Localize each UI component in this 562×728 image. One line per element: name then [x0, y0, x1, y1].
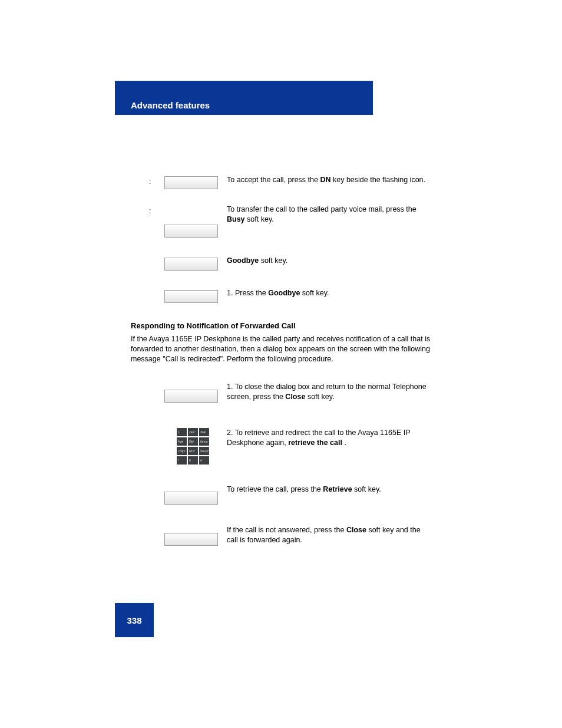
softkey-icon — [164, 258, 218, 271]
softkey-icon — [164, 225, 218, 238]
step-pre: To retrieve the call, press the — [227, 485, 323, 493]
header-title: Advanced features — [131, 100, 210, 110]
row2-key: Busy — [227, 215, 245, 223]
key-9: 9wxyz — [199, 447, 209, 455]
step-label: 1. — [227, 289, 233, 297]
row2-text-pre: To transfer the call to the called party… — [227, 205, 416, 213]
row1-key: DN — [320, 176, 330, 184]
key-6: 6mno — [199, 437, 209, 446]
softkey-icon — [164, 492, 218, 505]
key-2: 2abc — [188, 428, 198, 436]
goodbye-key: Goodbye — [227, 256, 259, 265]
fwd-step-1: 1. To close the dialog box and return to… — [227, 382, 430, 402]
step-key: retrieve the call — [288, 439, 342, 447]
goodbye-suffix: soft key. — [261, 256, 288, 265]
row1-text-post: key beside the flashing icon. — [333, 176, 425, 184]
dialpad-row: 7pqrs 8tuv 9wxyz — [176, 446, 210, 456]
step-key: Retrieve — [323, 485, 352, 493]
key-3: 3def — [199, 428, 209, 436]
softkey-icon — [164, 290, 218, 303]
step-goodbye: 1. Press the Goodbye soft key. — [227, 288, 430, 298]
header-banner: Advanced features — [122, 95, 373, 115]
page: Advanced features : To accept the call, … — [0, 0, 562, 728]
dialpad-row: * 0 # — [176, 456, 210, 465]
goodbye-line: Goodbye soft key. — [227, 256, 430, 266]
row2-colon: : — [149, 206, 161, 216]
section-heading: Responding to Notification of Forwarded … — [131, 321, 431, 330]
key-1: 1 — [177, 428, 187, 436]
dialpad-row: 1 2abc 3def — [176, 427, 210, 437]
key-star: * — [177, 456, 187, 465]
key-hash: # — [199, 456, 209, 465]
row2-text-post: soft key. — [247, 215, 274, 223]
dialpad-row: 4ghi 5jkl 6mno — [176, 437, 210, 446]
step-key: Close — [285, 393, 305, 401]
softkey-icon — [164, 390, 218, 403]
fwd-step-3: To retrieve the call, press the Retrieve… — [227, 485, 430, 495]
row1-text-pre: To accept the call, press the — [227, 176, 318, 184]
key-4: 4ghi — [177, 437, 187, 446]
softkey-icon — [164, 176, 218, 189]
key-5: 5jkl — [188, 437, 198, 446]
fwd-step-4: If the call is not answered, press the C… — [227, 525, 430, 545]
fwd-step-2: 2. To retrieve and redirect the call to … — [227, 428, 430, 448]
step-pre: If the call is not answered, press the — [227, 526, 346, 534]
dialpad-icon: 1 2abc 3def 4ghi 5jkl 6mno 7pqrs 8tuv 9w… — [176, 427, 210, 465]
section-intro: If the Avaya 1165E IP Deskphone is the c… — [131, 334, 431, 364]
step-pretext: Press the — [235, 289, 268, 297]
step-label: 1. — [227, 383, 233, 391]
row2-text: To transfer the call to the called party… — [227, 205, 430, 225]
step-key: Goodbye — [268, 289, 300, 297]
softkey-icon — [164, 533, 218, 546]
step-post: soft key. — [354, 485, 381, 493]
key-0: 0 — [188, 456, 198, 465]
step-label: 2. — [227, 429, 233, 437]
key-8: 8tuv — [188, 447, 198, 455]
row1-text: To accept the call, press the DN key bes… — [227, 175, 430, 185]
key-7: 7pqrs — [177, 447, 187, 455]
row1-colon: : — [149, 177, 161, 187]
step-post: . — [344, 439, 346, 447]
step-posttext: soft key. — [302, 289, 329, 297]
step-key: Close — [346, 526, 366, 534]
page-number: 338 — [115, 603, 154, 637]
step-post: soft key. — [308, 393, 335, 401]
